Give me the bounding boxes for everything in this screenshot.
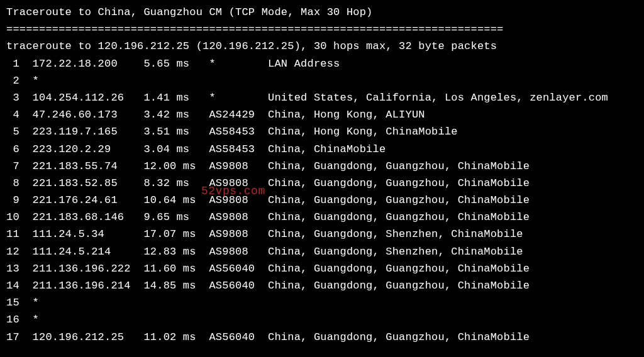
command-line: traceroute to 120.196.212.25 (120.196.21… <box>6 38 638 55</box>
hop-row: 17 120.196.212.25 11.02 ms AS56040 China… <box>6 329 638 346</box>
hop-row: 16 * <box>6 311 638 328</box>
hop-row: 13 211.136.196.222 11.60 ms AS56040 Chin… <box>6 260 638 277</box>
hop-row: 12 111.24.5.214 12.83 ms AS9808 China, G… <box>6 243 638 260</box>
hop-row: 6 223.120.2.29 3.04 ms AS58453 China, Ch… <box>6 141 638 158</box>
hop-row: 3 104.254.112.26 1.41 ms * United States… <box>6 89 638 106</box>
hop-row: 15 * <box>6 294 638 311</box>
hop-row: 9 221.176.24.61 10.64 ms AS9808 China, G… <box>6 192 638 209</box>
hop-row: 1 172.22.18.200 5.65 ms * LAN Address <box>6 55 638 72</box>
hop-list: 1 172.22.18.200 5.65 ms * LAN Address 2 … <box>6 55 638 346</box>
divider-line: ========================================… <box>6 21 638 38</box>
hop-row: 8 221.183.52.85 8.32 ms AS9808 China, Gu… <box>6 175 638 192</box>
title-line: Traceroute to China, Guangzhou CM (TCP M… <box>6 4 638 21</box>
hop-row: 7 221.183.55.74 12.00 ms AS9808 China, G… <box>6 158 638 175</box>
hop-row: 10 221.183.68.146 9.65 ms AS9808 China, … <box>6 209 638 226</box>
hop-row: 4 47.246.60.173 3.42 ms AS24429 China, H… <box>6 106 638 123</box>
watermark-text: 52vps.com <box>201 182 265 200</box>
hop-row: 5 223.119.7.165 3.51 ms AS58453 China, H… <box>6 123 638 140</box>
hop-row: 11 111.24.5.34 17.07 ms AS9808 China, Gu… <box>6 226 638 243</box>
hop-row: 2 * <box>6 72 638 89</box>
hop-row: 14 211.136.196.214 14.85 ms AS56040 Chin… <box>6 277 638 294</box>
